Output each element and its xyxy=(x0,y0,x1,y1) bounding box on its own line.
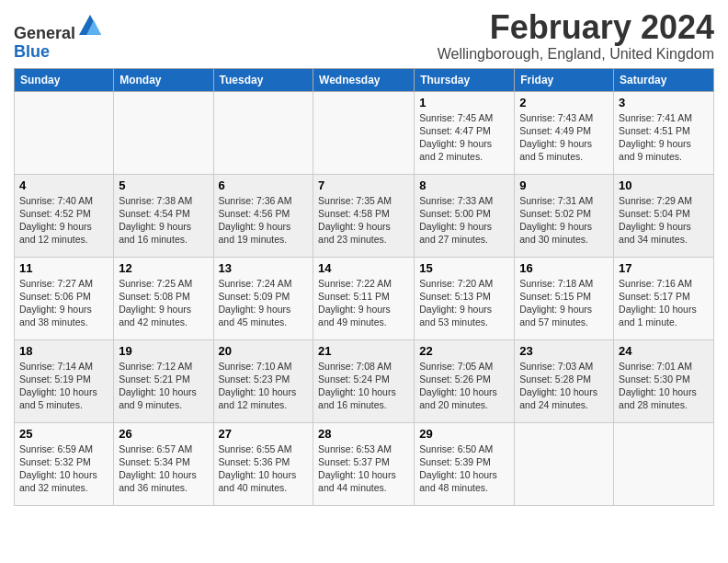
week-row-1: 1Sunrise: 7:45 AM Sunset: 4:47 PM Daylig… xyxy=(15,91,714,174)
cell-content: Sunrise: 7:14 AM Sunset: 5:19 PM Dayligh… xyxy=(19,360,108,412)
calendar-cell xyxy=(114,91,213,174)
calendar-cell: 27Sunrise: 6:55 AM Sunset: 5:36 PM Dayli… xyxy=(213,422,313,505)
week-row-2: 4Sunrise: 7:40 AM Sunset: 4:52 PM Daylig… xyxy=(15,174,714,257)
day-number: 19 xyxy=(119,344,208,358)
weekday-header-wednesday: Wednesday xyxy=(313,68,415,91)
calendar-cell xyxy=(614,422,714,505)
title-area: February 2024 Wellingborough, England, U… xyxy=(438,9,714,63)
cell-content: Sunrise: 7:03 AM Sunset: 5:28 PM Dayligh… xyxy=(519,360,609,412)
header: General Blue February 2024 Wellingboroug… xyxy=(14,9,714,63)
cell-content: Sunrise: 7:41 AM Sunset: 4:51 PM Dayligh… xyxy=(619,111,709,164)
calendar-cell: 28Sunrise: 6:53 AM Sunset: 5:37 PM Dayli… xyxy=(313,422,415,505)
calendar-cell: 24Sunrise: 7:01 AM Sunset: 5:30 PM Dayli… xyxy=(614,339,714,422)
calendar-cell: 21Sunrise: 7:08 AM Sunset: 5:24 PM Dayli… xyxy=(313,339,415,422)
weekday-header-saturday: Saturday xyxy=(614,68,714,91)
calendar-cell xyxy=(15,91,114,174)
logo-blue: Blue xyxy=(14,42,50,61)
day-number: 14 xyxy=(318,261,409,275)
cell-content: Sunrise: 7:35 AM Sunset: 4:58 PM Dayligh… xyxy=(318,194,409,247)
cell-content: Sunrise: 7:10 AM Sunset: 5:23 PM Dayligh… xyxy=(219,360,309,412)
calendar-cell: 7Sunrise: 7:35 AM Sunset: 4:58 PM Daylig… xyxy=(313,174,415,257)
cell-content: Sunrise: 7:05 AM Sunset: 5:26 PM Dayligh… xyxy=(419,360,509,412)
calendar-cell xyxy=(313,91,415,174)
cell-content: Sunrise: 6:53 AM Sunset: 5:37 PM Dayligh… xyxy=(318,442,409,495)
calendar-cell: 19Sunrise: 7:12 AM Sunset: 5:21 PM Dayli… xyxy=(114,339,213,422)
weekday-header-row: SundayMondayTuesdayWednesdayThursdayFrid… xyxy=(15,68,714,91)
day-number: 25 xyxy=(19,427,108,441)
cell-content: Sunrise: 7:24 AM Sunset: 5:09 PM Dayligh… xyxy=(219,277,309,329)
calendar-cell: 1Sunrise: 7:45 AM Sunset: 4:47 PM Daylig… xyxy=(415,91,515,174)
cell-content: Sunrise: 6:59 AM Sunset: 5:32 PM Dayligh… xyxy=(19,442,108,495)
calendar-cell: 9Sunrise: 7:31 AM Sunset: 5:02 PM Daylig… xyxy=(515,174,614,257)
cell-content: Sunrise: 6:50 AM Sunset: 5:39 PM Dayligh… xyxy=(419,442,509,495)
cell-content: Sunrise: 7:29 AM Sunset: 5:04 PM Dayligh… xyxy=(619,194,709,247)
day-number: 22 xyxy=(419,344,509,358)
calendar-cell: 23Sunrise: 7:03 AM Sunset: 5:28 PM Dayli… xyxy=(515,339,614,422)
day-number: 21 xyxy=(318,344,409,358)
calendar-cell: 26Sunrise: 6:57 AM Sunset: 5:34 PM Dayli… xyxy=(114,422,213,505)
cell-content: Sunrise: 7:33 AM Sunset: 5:00 PM Dayligh… xyxy=(419,194,509,247)
logo: General Blue xyxy=(14,13,103,62)
main-title: February 2024 xyxy=(438,9,714,46)
cell-content: Sunrise: 7:40 AM Sunset: 4:52 PM Dayligh… xyxy=(19,194,108,247)
weekday-header-monday: Monday xyxy=(114,68,213,91)
day-number: 12 xyxy=(119,261,208,275)
calendar-cell: 16Sunrise: 7:18 AM Sunset: 5:15 PM Dayli… xyxy=(515,257,614,339)
calendar-cell: 18Sunrise: 7:14 AM Sunset: 5:19 PM Dayli… xyxy=(15,339,114,422)
cell-content: Sunrise: 7:43 AM Sunset: 4:49 PM Dayligh… xyxy=(519,111,609,164)
day-number: 1 xyxy=(419,96,509,109)
calendar-table: SundayMondayTuesdayWednesdayThursdayFrid… xyxy=(14,68,714,506)
cell-content: Sunrise: 7:20 AM Sunset: 5:13 PM Dayligh… xyxy=(419,277,509,329)
day-number: 23 xyxy=(519,344,609,358)
cell-content: Sunrise: 7:25 AM Sunset: 5:08 PM Dayligh… xyxy=(119,277,208,329)
day-number: 24 xyxy=(619,344,709,358)
logo-general: General xyxy=(14,24,75,42)
calendar-cell: 5Sunrise: 7:38 AM Sunset: 4:54 PM Daylig… xyxy=(114,174,213,257)
cell-content: Sunrise: 7:27 AM Sunset: 5:06 PM Dayligh… xyxy=(19,277,108,329)
day-number: 5 xyxy=(119,178,208,192)
calendar-cell: 10Sunrise: 7:29 AM Sunset: 5:04 PM Dayli… xyxy=(614,174,714,257)
day-number: 9 xyxy=(519,178,609,192)
week-row-5: 25Sunrise: 6:59 AM Sunset: 5:32 PM Dayli… xyxy=(15,422,714,505)
calendar-cell xyxy=(213,91,313,174)
calendar-cell: 22Sunrise: 7:05 AM Sunset: 5:26 PM Dayli… xyxy=(415,339,515,422)
calendar-cell: 12Sunrise: 7:25 AM Sunset: 5:08 PM Dayli… xyxy=(114,257,213,339)
day-number: 27 xyxy=(219,427,309,441)
calendar-cell: 13Sunrise: 7:24 AM Sunset: 5:09 PM Dayli… xyxy=(213,257,313,339)
calendar-cell: 25Sunrise: 6:59 AM Sunset: 5:32 PM Dayli… xyxy=(15,422,114,505)
day-number: 10 xyxy=(619,178,709,192)
cell-content: Sunrise: 7:38 AM Sunset: 4:54 PM Dayligh… xyxy=(119,194,208,247)
day-number: 13 xyxy=(219,261,309,275)
calendar-cell: 8Sunrise: 7:33 AM Sunset: 5:00 PM Daylig… xyxy=(415,174,515,257)
day-number: 28 xyxy=(318,427,409,441)
cell-content: Sunrise: 7:12 AM Sunset: 5:21 PM Dayligh… xyxy=(119,360,208,412)
day-number: 18 xyxy=(19,344,108,358)
calendar-cell: 11Sunrise: 7:27 AM Sunset: 5:06 PM Dayli… xyxy=(15,257,114,339)
subtitle: Wellingborough, England, United Kingdom xyxy=(438,46,714,63)
day-number: 7 xyxy=(318,178,409,192)
day-number: 11 xyxy=(19,261,108,275)
cell-content: Sunrise: 7:01 AM Sunset: 5:30 PM Dayligh… xyxy=(619,360,709,412)
day-number: 3 xyxy=(619,96,709,109)
weekday-header-friday: Friday xyxy=(515,68,614,91)
cell-content: Sunrise: 7:08 AM Sunset: 5:24 PM Dayligh… xyxy=(318,360,409,412)
day-number: 26 xyxy=(119,427,208,441)
week-row-4: 18Sunrise: 7:14 AM Sunset: 5:19 PM Dayli… xyxy=(15,339,714,422)
calendar-cell: 29Sunrise: 6:50 AM Sunset: 5:39 PM Dayli… xyxy=(415,422,515,505)
weekday-header-sunday: Sunday xyxy=(15,68,114,91)
weekday-header-tuesday: Tuesday xyxy=(213,68,313,91)
calendar-cell: 17Sunrise: 7:16 AM Sunset: 5:17 PM Dayli… xyxy=(614,257,714,339)
calendar-cell: 2Sunrise: 7:43 AM Sunset: 4:49 PM Daylig… xyxy=(515,91,614,174)
cell-content: Sunrise: 7:22 AM Sunset: 5:11 PM Dayligh… xyxy=(318,277,409,329)
calendar-cell xyxy=(515,422,614,505)
cell-content: Sunrise: 7:16 AM Sunset: 5:17 PM Dayligh… xyxy=(619,277,709,329)
day-number: 29 xyxy=(419,427,509,441)
logo-icon xyxy=(77,13,103,39)
cell-content: Sunrise: 6:57 AM Sunset: 5:34 PM Dayligh… xyxy=(119,442,208,495)
cell-content: Sunrise: 7:36 AM Sunset: 4:56 PM Dayligh… xyxy=(219,194,309,247)
day-number: 15 xyxy=(419,261,509,275)
weekday-header-thursday: Thursday xyxy=(415,68,515,91)
calendar-cell: 4Sunrise: 7:40 AM Sunset: 4:52 PM Daylig… xyxy=(15,174,114,257)
cell-content: Sunrise: 7:31 AM Sunset: 5:02 PM Dayligh… xyxy=(519,194,609,247)
day-number: 6 xyxy=(219,178,309,192)
